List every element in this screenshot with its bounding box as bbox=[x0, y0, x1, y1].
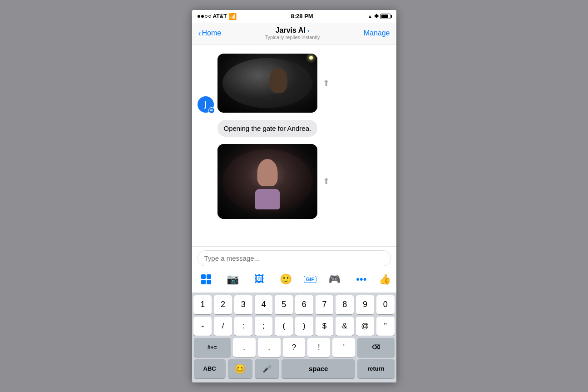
share-button-2[interactable]: ⬆︎ bbox=[321, 174, 331, 188]
toolbar: 📷 🖼 🙂 GIF 🎮 ••• 👍 bbox=[198, 270, 391, 289]
key-open-paren[interactable]: ( bbox=[275, 317, 293, 336]
fisheye-cam-1 bbox=[217, 54, 317, 113]
messenger-badge: m bbox=[208, 107, 215, 114]
cam-person-body bbox=[255, 189, 280, 209]
bot-message-row-1: j m ⬆︎ bbox=[192, 52, 396, 114]
status-left: AT&T 📶 bbox=[198, 13, 237, 20]
nav-center: Jarvis AI › Typically replies instantly bbox=[265, 26, 320, 40]
bot-message-row-2: Opening the gate for Andrea. bbox=[192, 118, 396, 139]
key-8[interactable]: 8 bbox=[336, 295, 354, 314]
back-button[interactable]: ‹ Home bbox=[198, 29, 222, 38]
key-row-bottom: ABC 😊 🎤 space return bbox=[194, 359, 395, 378]
fisheye-cam-2 bbox=[217, 144, 317, 219]
nav-bar: ‹ Home Jarvis AI › Typically replies ins… bbox=[192, 23, 396, 45]
key-dollar[interactable]: $ bbox=[316, 317, 334, 336]
keyboard: 1 2 3 4 5 6 7 8 9 0 - / : ; ( ) $ & @ " … bbox=[192, 293, 396, 382]
key-exclamation[interactable]: ! bbox=[307, 338, 330, 357]
bot-message-row-3: ⬆︎ bbox=[192, 142, 396, 221]
title-chevron-icon: › bbox=[307, 27, 309, 34]
door-camera-image-2 bbox=[217, 144, 317, 219]
nav-title: Jarvis AI › bbox=[265, 26, 320, 35]
wifi-icon: 📶 bbox=[229, 13, 237, 20]
space-key[interactable]: space bbox=[282, 359, 355, 378]
bluetooth-icon: ✱ bbox=[374, 13, 379, 20]
image-container-1: ⬆︎ bbox=[217, 54, 331, 113]
photo-button[interactable]: 🖼 bbox=[251, 272, 268, 287]
gif-button[interactable]: GIF bbox=[304, 276, 316, 283]
manage-button[interactable]: Manage bbox=[364, 29, 390, 37]
key-row-punctuation: #+= . , ? ! ' ⌫ bbox=[194, 338, 395, 357]
key-quote[interactable]: " bbox=[376, 317, 395, 336]
delete-key[interactable]: ⌫ bbox=[357, 338, 394, 357]
message-input[interactable] bbox=[198, 250, 391, 266]
key-semicolon[interactable]: ; bbox=[255, 317, 273, 336]
door-camera-image-1 bbox=[217, 54, 317, 113]
key-7[interactable]: 7 bbox=[316, 295, 334, 314]
time-label: 8:28 PM bbox=[291, 13, 313, 20]
key-ampersand[interactable]: & bbox=[336, 317, 354, 336]
cam-person-face bbox=[257, 159, 277, 186]
battery-icon bbox=[380, 14, 390, 19]
key-colon[interactable]: : bbox=[234, 317, 252, 336]
return-key[interactable]: return bbox=[357, 359, 394, 378]
back-arrow-icon: ‹ bbox=[198, 29, 201, 38]
key-0[interactable]: 0 bbox=[376, 295, 395, 314]
key-close-paren[interactable]: ) bbox=[295, 317, 313, 336]
game-button[interactable]: 🎮 bbox=[325, 272, 344, 287]
share-button-1[interactable]: ⬆︎ bbox=[321, 76, 331, 90]
camera-button[interactable]: 📷 bbox=[223, 272, 242, 287]
key-dash[interactable]: - bbox=[193, 317, 212, 336]
key-slash[interactable]: / bbox=[214, 317, 232, 336]
image-container-2: ⬆︎ bbox=[217, 144, 331, 219]
chat-area: j m ⬆︎ Opening the gate for Andrea. bbox=[192, 45, 396, 246]
key-at[interactable]: @ bbox=[356, 317, 374, 336]
message-bubble: Opening the gate for Andrea. bbox=[217, 120, 318, 137]
emoji-button[interactable]: 🙂 bbox=[276, 272, 296, 287]
avatar: j m bbox=[198, 96, 214, 113]
emoji-key[interactable]: 😊 bbox=[228, 359, 252, 378]
key-hashtag[interactable]: #+= bbox=[194, 338, 231, 357]
status-right: ▲ ✱ bbox=[368, 13, 391, 20]
key-6[interactable]: 6 bbox=[295, 295, 313, 314]
key-3[interactable]: 3 bbox=[234, 295, 252, 314]
contact-name: Jarvis AI bbox=[276, 26, 306, 35]
cam-person bbox=[269, 68, 287, 93]
key-apostrophe[interactable]: ' bbox=[332, 338, 355, 357]
key-row-numbers: 1 2 3 4 5 6 7 8 9 0 bbox=[194, 295, 395, 314]
status-bar: AT&T 📶 8:28 PM ▲ ✱ bbox=[192, 10, 396, 23]
input-area: 📷 🖼 🙂 GIF 🎮 ••• 👍 bbox=[192, 246, 396, 293]
phone-frame: AT&T 📶 8:28 PM ▲ ✱ ‹ Home Jarvis AI › Ty… bbox=[192, 10, 396, 382]
mic-key[interactable]: 🎤 bbox=[255, 359, 279, 378]
carrier-label: AT&T bbox=[213, 13, 227, 20]
nav-subtitle: Typically replies instantly bbox=[265, 35, 320, 40]
key-4[interactable]: 4 bbox=[255, 295, 273, 314]
more-button[interactable]: ••• bbox=[352, 272, 370, 287]
key-comma[interactable]: , bbox=[258, 338, 281, 357]
key-1[interactable]: 1 bbox=[193, 295, 212, 314]
apps-button[interactable] bbox=[198, 273, 215, 286]
location-icon: ▲ bbox=[368, 14, 373, 19]
key-5[interactable]: 5 bbox=[275, 295, 293, 314]
key-9[interactable]: 9 bbox=[356, 295, 374, 314]
key-row-symbols: - / : ; ( ) $ & @ " bbox=[194, 317, 395, 336]
key-period[interactable]: . bbox=[233, 338, 256, 357]
key-2[interactable]: 2 bbox=[214, 295, 232, 314]
cam-light bbox=[309, 56, 313, 60]
signal-dots bbox=[198, 15, 211, 18]
key-abc[interactable]: ABC bbox=[194, 359, 226, 378]
message-input-row bbox=[198, 250, 391, 266]
like-button[interactable]: 👍 bbox=[379, 273, 391, 285]
key-question[interactable]: ? bbox=[283, 338, 306, 357]
back-label: Home bbox=[202, 29, 222, 37]
